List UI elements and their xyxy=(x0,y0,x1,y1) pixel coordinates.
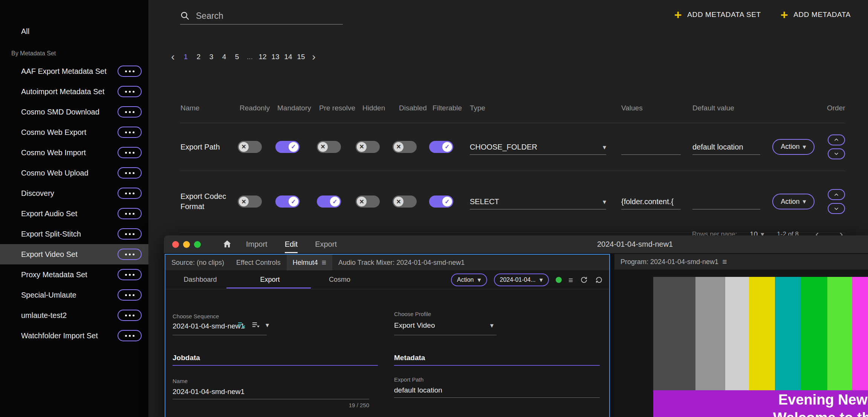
item-options-button[interactable] xyxy=(118,249,142,260)
move-up-button[interactable] xyxy=(828,189,845,200)
page-button[interactable]: 1 xyxy=(179,49,192,65)
sidebar-item[interactable]: Cosmo Web Upload xyxy=(0,163,148,183)
page-button[interactable]: 15 xyxy=(295,49,307,65)
add-metadata-button[interactable]: ADD METADATA xyxy=(781,8,851,21)
item-options-button[interactable] xyxy=(118,167,142,179)
tab-export[interactable]: Export xyxy=(315,235,337,253)
panel-tab-helmut4[interactable]: Helmut4 xyxy=(287,255,332,270)
panel-tab-source[interactable]: Source: (no clips) xyxy=(165,255,230,270)
panel-tab-effect-controls[interactable]: Effect Controls xyxy=(230,255,287,270)
sequence-menu-icon[interactable] xyxy=(251,321,260,330)
filterable-toggle[interactable] xyxy=(429,141,453,153)
profile-select[interactable]: Export Video xyxy=(394,321,435,330)
hidden-toggle[interactable] xyxy=(356,141,380,153)
page-button[interactable]: 5 xyxy=(231,49,243,65)
values-input[interactable] xyxy=(621,139,681,155)
action-dropdown-button[interactable]: Action xyxy=(451,273,487,286)
sidebar-item[interactable]: Discovery xyxy=(0,183,148,203)
item-options-button[interactable] xyxy=(118,86,142,97)
readonly-toggle[interactable] xyxy=(238,141,262,153)
mandatory-toggle[interactable] xyxy=(275,141,300,153)
move-down-button[interactable] xyxy=(828,148,845,159)
sidebar-item[interactable]: Export Audio Set xyxy=(0,203,148,224)
move-up-button[interactable] xyxy=(828,134,845,145)
sidebar-item[interactable]: Autoimport Metadata Set xyxy=(0,81,148,102)
item-options-button[interactable] xyxy=(118,269,142,280)
item-options-button[interactable] xyxy=(118,228,142,240)
tab-cosmo[interactable]: Cosmo xyxy=(305,271,374,288)
export-path-input[interactable]: default location xyxy=(394,386,442,394)
type-select[interactable]: SELECT xyxy=(470,194,606,209)
sync-button[interactable] xyxy=(595,276,603,284)
refresh-button[interactable] xyxy=(580,276,588,284)
item-options-button[interactable] xyxy=(118,127,142,138)
pre-resolve-toggle[interactable] xyxy=(317,141,341,153)
sidebar-item[interactable]: Cosmo Web Export xyxy=(0,122,148,142)
prev-page-button[interactable] xyxy=(167,49,179,65)
tab-dashboard[interactable]: Dashboard xyxy=(165,271,235,288)
item-options-button[interactable] xyxy=(118,66,142,77)
dropdown-caret-icon xyxy=(603,197,606,206)
search-input[interactable] xyxy=(195,11,343,21)
hidden-toggle[interactable] xyxy=(356,196,380,208)
page-button[interactable]: 4 xyxy=(218,49,231,65)
sidebar-item[interactable]: Cosmo SMD Download xyxy=(0,102,148,122)
panel-tab-program[interactable]: Program: 2024-01-04-smd-new1 xyxy=(614,254,733,270)
readonly-toggle[interactable] xyxy=(238,196,262,208)
sidebar-item[interactable]: umlaute-test2 xyxy=(0,305,148,325)
sidebar-item[interactable]: Watchfolder Import Set xyxy=(0,325,148,346)
page-button[interactable]: 3 xyxy=(205,49,218,65)
sequence-value[interactable]: 2024-01-04-smd-new1 xyxy=(173,322,245,330)
column-header: Pre resolve xyxy=(319,104,355,112)
panel-menu-icon[interactable] xyxy=(722,258,727,266)
zoom-window-button[interactable] xyxy=(194,241,201,248)
panel-menu-icon[interactable] xyxy=(322,258,326,267)
sidebar-item-all[interactable]: All xyxy=(0,21,148,41)
close-window-button[interactable] xyxy=(172,241,179,248)
disabled-toggle[interactable] xyxy=(393,196,417,208)
page-button[interactable]: 14 xyxy=(282,49,295,65)
item-options-button[interactable] xyxy=(118,310,142,321)
pre-resolve-toggle[interactable] xyxy=(317,196,341,208)
item-options-button[interactable] xyxy=(118,106,142,118)
item-options-button[interactable] xyxy=(118,147,142,158)
sequence-clear-icon[interactable] xyxy=(237,321,246,330)
page-button[interactable]: 13 xyxy=(269,49,282,65)
default-value-input[interactable]: default location xyxy=(692,139,760,155)
page-button[interactable]: 12 xyxy=(256,49,269,65)
disabled-toggle[interactable] xyxy=(393,141,417,153)
move-down-button[interactable] xyxy=(828,203,845,214)
default-value-input[interactable] xyxy=(692,194,760,209)
sidebar-item[interactable]: Export Video Set xyxy=(0,244,148,264)
item-options-button[interactable] xyxy=(118,188,142,199)
preset-dropdown-button[interactable]: 2024-01-04... xyxy=(494,273,549,286)
order-controls xyxy=(828,189,845,214)
page-button[interactable]: 2 xyxy=(192,49,205,65)
sidebar-item[interactable]: Special-Umlaute xyxy=(0,285,148,305)
mandatory-toggle[interactable] xyxy=(275,196,300,208)
item-options-button[interactable] xyxy=(118,289,142,301)
sidebar-item[interactable]: AAF Export Metadata Set xyxy=(0,61,148,81)
sidebar-item[interactable]: Cosmo Web Import xyxy=(0,142,148,163)
tab-import[interactable]: Import xyxy=(246,235,267,253)
minimize-window-button[interactable] xyxy=(183,241,190,248)
tab-export[interactable]: Export xyxy=(235,271,305,288)
item-options-button[interactable] xyxy=(118,330,142,341)
filterable-toggle[interactable] xyxy=(429,196,453,208)
home-icon[interactable] xyxy=(222,239,232,251)
menu-button[interactable] xyxy=(568,276,573,284)
next-page-button[interactable] xyxy=(307,49,320,65)
panel-tab-audio-track-mixer[interactable]: Audio Track Mixer: 2024-01-04-smd-new1 xyxy=(332,255,471,270)
sidebar-item[interactable]: Export Split-Stitch xyxy=(0,224,148,244)
action-button[interactable]: Action xyxy=(772,194,815,209)
dropdown-caret-icon[interactable] xyxy=(490,321,494,330)
add-metadata-set-button[interactable]: ADD METADATA SET xyxy=(674,8,761,21)
window-titlebar[interactable]: Import Edit Export 2024-01-04-smd-new1 xyxy=(164,235,868,253)
type-select[interactable]: CHOOSE_FOLDER xyxy=(470,139,606,155)
name-input[interactable]: 2024-01-04-smd-new1 xyxy=(173,388,245,396)
sidebar-item[interactable]: Proxy Metadata Set xyxy=(0,264,148,285)
item-options-button[interactable] xyxy=(118,208,142,219)
action-button[interactable]: Action xyxy=(772,139,815,155)
values-input[interactable]: {folder.content.{ xyxy=(621,194,681,209)
tab-edit[interactable]: Edit xyxy=(285,235,298,253)
